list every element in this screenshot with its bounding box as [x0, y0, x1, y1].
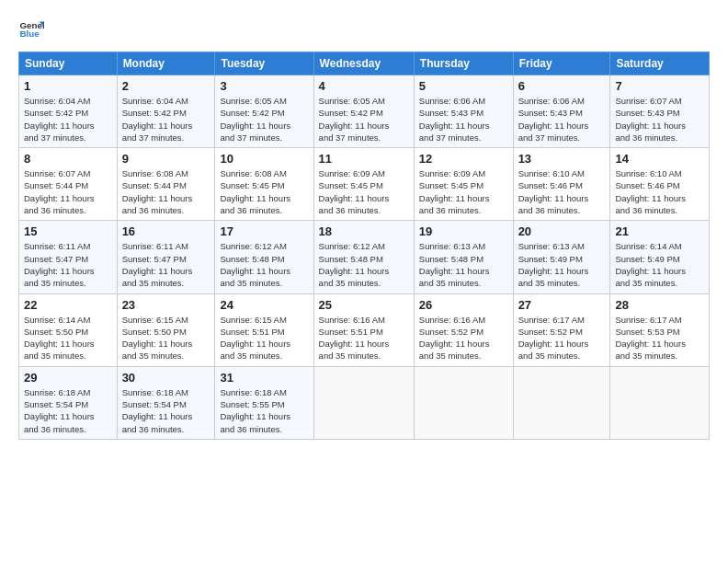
- day-number: 24: [220, 298, 308, 312]
- calendar-cell: 27Sunrise: 6:17 AM Sunset: 5:52 PM Dayli…: [513, 293, 610, 366]
- day-number: 30: [122, 371, 210, 385]
- calendar-cell: 13Sunrise: 6:10 AM Sunset: 5:46 PM Dayli…: [513, 148, 610, 221]
- calendar-cell: 3Sunrise: 6:05 AM Sunset: 5:42 PM Daylig…: [215, 75, 313, 148]
- day-info: Sunrise: 6:15 AM Sunset: 5:50 PM Dayligh…: [122, 314, 210, 362]
- calendar-cell: 12Sunrise: 6:09 AM Sunset: 5:45 PM Dayli…: [414, 148, 513, 221]
- day-info: Sunrise: 6:17 AM Sunset: 5:52 PM Dayligh…: [518, 314, 606, 362]
- weekday-header: Friday: [513, 52, 610, 75]
- day-info: Sunrise: 6:15 AM Sunset: 5:51 PM Dayligh…: [220, 314, 308, 362]
- weekday-header: Saturday: [610, 52, 710, 75]
- calendar-cell: 6Sunrise: 6:06 AM Sunset: 5:43 PM Daylig…: [513, 75, 610, 148]
- day-info: Sunrise: 6:18 AM Sunset: 5:54 PM Dayligh…: [24, 386, 112, 435]
- day-number: 3: [220, 79, 308, 93]
- day-number: 17: [220, 224, 308, 238]
- calendar-cell: 7Sunrise: 6:07 AM Sunset: 5:43 PM Daylig…: [610, 75, 710, 148]
- day-number: 7: [615, 79, 704, 93]
- day-number: 31: [220, 371, 308, 385]
- calendar-cell: 17Sunrise: 6:12 AM Sunset: 5:48 PM Dayli…: [215, 221, 313, 293]
- day-info: Sunrise: 6:09 AM Sunset: 5:45 PM Dayligh…: [419, 167, 508, 216]
- day-number: 22: [24, 298, 112, 312]
- calendar-cell: 24Sunrise: 6:15 AM Sunset: 5:51 PM Dayli…: [215, 293, 313, 366]
- day-info: Sunrise: 6:08 AM Sunset: 5:45 PM Dayligh…: [220, 167, 308, 216]
- day-number: 29: [24, 371, 112, 385]
- day-number: 8: [24, 152, 112, 166]
- svg-text:Blue: Blue: [19, 29, 40, 39]
- calendar-cell: 20Sunrise: 6:13 AM Sunset: 5:49 PM Dayli…: [513, 221, 610, 293]
- calendar-cell: 23Sunrise: 6:15 AM Sunset: 5:50 PM Dayli…: [117, 293, 215, 366]
- day-info: Sunrise: 6:07 AM Sunset: 5:43 PM Dayligh…: [615, 95, 704, 144]
- calendar-cell: 31Sunrise: 6:18 AM Sunset: 5:55 PM Dayli…: [215, 366, 313, 439]
- calendar-cell: 15Sunrise: 6:11 AM Sunset: 5:47 PM Dayli…: [19, 221, 118, 293]
- day-number: 13: [518, 152, 606, 166]
- day-number: 15: [24, 224, 112, 238]
- day-info: Sunrise: 6:18 AM Sunset: 5:54 PM Dayligh…: [122, 386, 210, 435]
- page-header: General Blue: [18, 17, 710, 42]
- day-number: 1: [24, 79, 112, 93]
- day-info: Sunrise: 6:12 AM Sunset: 5:48 PM Dayligh…: [220, 240, 308, 289]
- calendar-cell: 4Sunrise: 6:05 AM Sunset: 5:42 PM Daylig…: [313, 75, 414, 148]
- day-info: Sunrise: 6:06 AM Sunset: 5:43 PM Dayligh…: [419, 95, 508, 144]
- calendar-table: SundayMondayTuesdayWednesdayThursdayFrid…: [18, 52, 710, 440]
- calendar-cell: 14Sunrise: 6:10 AM Sunset: 5:46 PM Dayli…: [610, 148, 710, 221]
- day-info: Sunrise: 6:09 AM Sunset: 5:45 PM Dayligh…: [319, 167, 409, 216]
- day-number: 28: [615, 298, 704, 312]
- day-number: 25: [319, 298, 409, 312]
- day-number: 9: [122, 152, 210, 166]
- calendar-cell: 8Sunrise: 6:07 AM Sunset: 5:44 PM Daylig…: [19, 148, 118, 221]
- day-number: 20: [518, 224, 606, 238]
- day-number: 16: [122, 224, 210, 238]
- weekday-header: Thursday: [414, 52, 513, 75]
- calendar-cell: 9Sunrise: 6:08 AM Sunset: 5:44 PM Daylig…: [117, 148, 215, 221]
- calendar-cell: 2Sunrise: 6:04 AM Sunset: 5:42 PM Daylig…: [117, 75, 215, 148]
- day-number: 14: [615, 152, 704, 166]
- calendar-cell: 30Sunrise: 6:18 AM Sunset: 5:54 PM Dayli…: [117, 366, 215, 439]
- day-number: 21: [615, 224, 704, 238]
- day-info: Sunrise: 6:13 AM Sunset: 5:49 PM Dayligh…: [518, 240, 606, 289]
- calendar-cell: 16Sunrise: 6:11 AM Sunset: 5:47 PM Dayli…: [117, 221, 215, 293]
- calendar-cell: 5Sunrise: 6:06 AM Sunset: 5:43 PM Daylig…: [414, 75, 513, 148]
- day-number: 23: [122, 298, 210, 312]
- calendar-cell: 1Sunrise: 6:04 AM Sunset: 5:42 PM Daylig…: [19, 75, 118, 148]
- calendar-cell: 22Sunrise: 6:14 AM Sunset: 5:50 PM Dayli…: [19, 293, 118, 366]
- calendar-cell: 19Sunrise: 6:13 AM Sunset: 5:48 PM Dayli…: [414, 221, 513, 293]
- day-info: Sunrise: 6:11 AM Sunset: 5:47 PM Dayligh…: [122, 240, 210, 289]
- calendar-cell: 25Sunrise: 6:16 AM Sunset: 5:51 PM Dayli…: [313, 293, 414, 366]
- calendar-cell: 11Sunrise: 6:09 AM Sunset: 5:45 PM Dayli…: [313, 148, 414, 221]
- day-info: Sunrise: 6:05 AM Sunset: 5:42 PM Dayligh…: [220, 95, 308, 144]
- day-number: 5: [419, 79, 508, 93]
- day-info: Sunrise: 6:12 AM Sunset: 5:48 PM Dayligh…: [319, 240, 409, 289]
- day-info: Sunrise: 6:06 AM Sunset: 5:43 PM Dayligh…: [518, 95, 606, 144]
- day-number: 18: [319, 224, 409, 238]
- day-number: 27: [518, 298, 606, 312]
- calendar-cell: 18Sunrise: 6:12 AM Sunset: 5:48 PM Dayli…: [313, 221, 414, 293]
- day-number: 2: [122, 79, 210, 93]
- day-info: Sunrise: 6:05 AM Sunset: 5:42 PM Dayligh…: [319, 95, 409, 144]
- day-number: 12: [419, 152, 508, 166]
- day-info: Sunrise: 6:04 AM Sunset: 5:42 PM Dayligh…: [122, 95, 210, 144]
- day-number: 6: [518, 79, 606, 93]
- day-number: 19: [419, 224, 508, 238]
- weekday-header: Wednesday: [313, 52, 414, 75]
- weekday-header: Sunday: [19, 52, 118, 75]
- calendar-cell: [414, 366, 513, 439]
- day-info: Sunrise: 6:16 AM Sunset: 5:52 PM Dayligh…: [419, 314, 508, 362]
- day-info: Sunrise: 6:04 AM Sunset: 5:42 PM Dayligh…: [24, 95, 112, 144]
- calendar-cell: [313, 366, 414, 439]
- weekday-header: Tuesday: [215, 52, 313, 75]
- day-number: 11: [319, 152, 409, 166]
- day-info: Sunrise: 6:10 AM Sunset: 5:46 PM Dayligh…: [518, 167, 606, 216]
- calendar-cell: 26Sunrise: 6:16 AM Sunset: 5:52 PM Dayli…: [414, 293, 513, 366]
- calendar-cell: 10Sunrise: 6:08 AM Sunset: 5:45 PM Dayli…: [215, 148, 313, 221]
- day-info: Sunrise: 6:17 AM Sunset: 5:53 PM Dayligh…: [615, 314, 704, 362]
- day-number: 10: [220, 152, 308, 166]
- day-info: Sunrise: 6:16 AM Sunset: 5:51 PM Dayligh…: [319, 314, 409, 362]
- calendar-cell: 29Sunrise: 6:18 AM Sunset: 5:54 PM Dayli…: [19, 366, 118, 439]
- calendar-cell: [610, 366, 710, 439]
- day-info: Sunrise: 6:14 AM Sunset: 5:49 PM Dayligh…: [615, 240, 704, 289]
- day-info: Sunrise: 6:11 AM Sunset: 5:47 PM Dayligh…: [24, 240, 112, 289]
- day-info: Sunrise: 6:14 AM Sunset: 5:50 PM Dayligh…: [24, 314, 112, 362]
- day-info: Sunrise: 6:13 AM Sunset: 5:48 PM Dayligh…: [419, 240, 508, 289]
- day-number: 4: [319, 79, 409, 93]
- day-info: Sunrise: 6:10 AM Sunset: 5:46 PM Dayligh…: [615, 167, 704, 216]
- calendar-cell: [513, 366, 610, 439]
